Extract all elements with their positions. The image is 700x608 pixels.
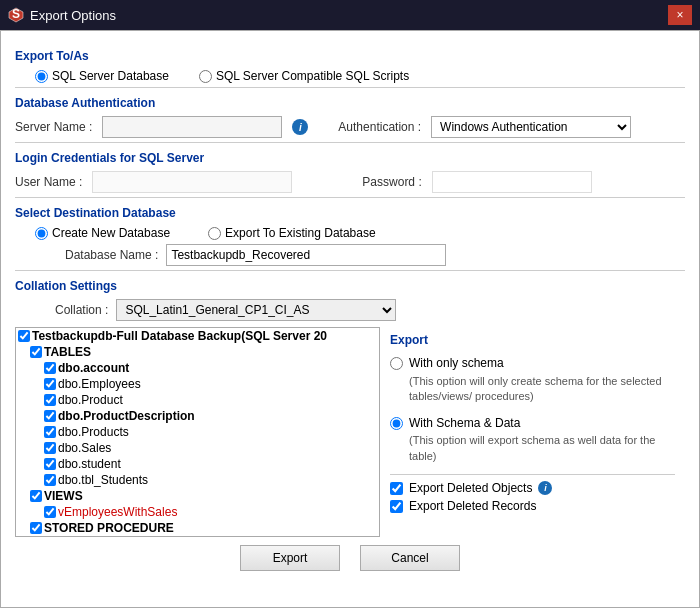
tree-checkbox-stored-proc[interactable] [30,522,42,534]
tree-item-stored-proc[interactable]: STORED PROCEDURE [16,520,379,536]
export-section-label: Export [390,333,675,347]
export-existing-option[interactable]: Export To Existing Database [208,226,376,240]
tree-item-sales[interactable]: dbo.Sales [16,440,379,456]
server-name-input[interactable] [102,116,282,138]
button-row: Export Cancel [15,545,685,571]
password-input[interactable] [432,171,592,193]
export-deleted-objects-checkbox[interactable] [390,482,403,495]
only-schema-radio[interactable] [390,357,403,370]
tree-checkbox-tbl-students[interactable] [44,474,56,486]
tree-label-employees: dbo.Employees [58,377,141,391]
tree-label-products: dbo.Products [58,425,129,439]
collation-label: Collation Settings [15,279,685,293]
schema-data-option[interactable]: With Schema & Data (This option will exp… [390,415,675,465]
tree-item-views[interactable]: VIEWS [16,488,379,504]
username-label: User Name : [15,175,82,189]
tree-item-productdesc[interactable]: dbo.ProductDescription [16,408,379,424]
db-name-row: Database Name : [65,244,685,266]
tree-item-employees[interactable]: dbo.Employees [16,376,379,392]
tree-checkbox-productdesc[interactable] [44,410,56,422]
export-divider [390,474,675,475]
export-deleted-records-label: Export Deleted Records [409,499,536,513]
tree-checkbox-tables[interactable] [30,346,42,358]
export-to-label: Export To/As [15,49,685,63]
tree-item-tables[interactable]: TABLES [16,344,379,360]
tree-label-root: Testbackupdb-Full Database Backup(SQL Se… [32,329,327,343]
sql-server-db-label: SQL Server Database [52,69,169,83]
db-auth-label: Database Authentication [15,96,685,110]
auth-select[interactable]: Windows Authentication SQL Server Authen… [431,116,631,138]
username-input[interactable] [92,171,292,193]
sql-scripts-label: SQL Server Compatible SQL Scripts [216,69,409,83]
create-new-label: Create New Database [52,226,170,240]
only-schema-option[interactable]: With only schema (This option will only … [390,355,675,405]
tree-checkbox-sales[interactable] [44,442,56,454]
divider-3 [15,197,685,198]
only-schema-label: With only schema [409,355,675,372]
create-new-option[interactable]: Create New Database [35,226,170,240]
tree-item-tbl-students[interactable]: dbo.tbl_Students [16,472,379,488]
export-deleted-records-row[interactable]: Export Deleted Records [390,499,675,513]
server-name-label: Server Name : [15,120,92,134]
tree-label-account: dbo.account [58,361,129,375]
tree-item-root[interactable]: Testbackupdb-Full Database Backup(SQL Se… [16,328,379,344]
tree-item-student[interactable]: dbo.student [16,456,379,472]
tree-item-getproductdesc[interactable]: GetProductDesc_withDefaultparameters [16,536,379,537]
schema-data-radio[interactable] [390,417,403,430]
db-name-input[interactable] [166,244,446,266]
sql-server-db-radio[interactable] [35,70,48,83]
tree-checkbox-views[interactable] [30,490,42,502]
sql-server-db-option[interactable]: SQL Server Database [35,69,169,83]
tree-checkbox-employees[interactable] [44,378,56,390]
close-button[interactable]: × [668,5,692,25]
divider-4 [15,270,685,271]
export-existing-radio[interactable] [208,227,221,240]
sql-scripts-option[interactable]: SQL Server Compatible SQL Scripts [199,69,409,83]
schema-data-label: With Schema & Data [409,415,675,432]
dest-db-label: Select Destination Database [15,206,685,220]
export-deleted-objects-label: Export Deleted Objects [409,481,532,495]
tree-label-tables: TABLES [44,345,91,359]
credentials-row: User Name : Password : [15,171,685,193]
sql-scripts-radio[interactable] [199,70,212,83]
app-icon: S [8,7,24,23]
tree-checkbox-products[interactable] [44,426,56,438]
tree-label-product: dbo.Product [58,393,123,407]
server-info-icon[interactable]: i [292,119,308,135]
cancel-button[interactable]: Cancel [360,545,460,571]
tree-checkbox-vemployees[interactable] [44,506,56,518]
export-to-options: SQL Server Database SQL Server Compatibl… [35,69,685,83]
db-name-label: Database Name : [65,248,158,262]
collation-row: Collation : SQL_Latin1_General_CP1_CI_AS [55,299,685,321]
divider-1 [15,87,685,88]
tree-item-products[interactable]: dbo.Products [16,424,379,440]
export-deleted-records-checkbox[interactable] [390,500,403,513]
tree-panel[interactable]: Testbackupdb-Full Database Backup(SQL Se… [15,327,380,537]
tree-label-tbl-students: dbo.tbl_Students [58,473,148,487]
deleted-objects-info-icon[interactable]: i [538,481,552,495]
collation-select[interactable]: SQL_Latin1_General_CP1_CI_AS [116,299,396,321]
title-bar-left: S Export Options [8,7,116,23]
tree-label-productdesc: dbo.ProductDescription [58,409,195,423]
tree-checkbox-product[interactable] [44,394,56,406]
tree-checkbox-account[interactable] [44,362,56,374]
export-deleted-objects-row[interactable]: Export Deleted Objects i [390,481,675,495]
dialog-body: Export To/As SQL Server Database SQL Ser… [0,30,700,608]
db-auth-row: Server Name : i Authentication : Windows… [15,116,685,138]
tree-checkbox-root[interactable] [18,330,30,342]
tree-checkbox-student[interactable] [44,458,56,470]
bottom-split: Testbackupdb-Full Database Backup(SQL Se… [15,327,685,537]
password-label: Password : [362,175,421,189]
tree-item-account[interactable]: dbo.account [16,360,379,376]
tree-label-views: VIEWS [44,489,83,503]
schema-data-desc: (This option will export schema as well … [409,433,675,464]
only-schema-desc: (This option will only create schema for… [409,374,675,405]
title-bar: S Export Options × [0,0,700,30]
export-button[interactable]: Export [240,545,340,571]
tree-item-vemployees[interactable]: vEmployeesWithSales [16,504,379,520]
dest-db-row: Create New Database Export To Existing D… [35,226,685,240]
schema-data-text: With Schema & Data (This option will exp… [409,415,675,465]
tree-item-product[interactable]: dbo.Product [16,392,379,408]
divider-2 [15,142,685,143]
create-new-radio[interactable] [35,227,48,240]
